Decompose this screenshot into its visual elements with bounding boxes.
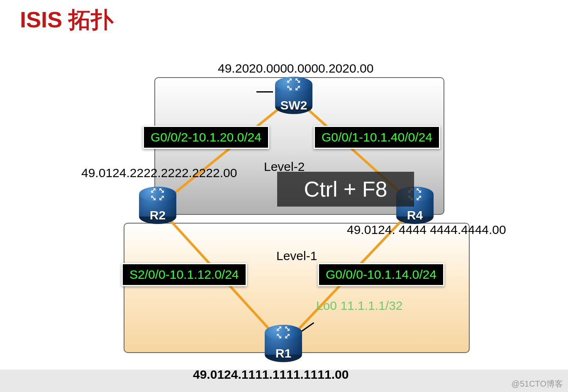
node-r1: ⤢ ⤡⤡ ⤢ R1	[265, 325, 302, 362]
node-r2-label: R2	[139, 208, 176, 222]
sw2-net: 49.2020.0000.0000.2020.00	[218, 61, 373, 75]
node-sw2-label: SW2	[275, 98, 312, 112]
r2-net: 49.0124.2222.2222.2222.00	[81, 166, 237, 180]
node-r1-label: R1	[265, 346, 302, 360]
link-label-r4-r1: G0/0/0-10.1.14.0/24	[318, 263, 444, 286]
link-label-r2-r1: S2/0/0-10.1.12.0/24	[122, 263, 247, 286]
link-label-sw2-r2: G0/0/2-10.1.20.0/24	[143, 126, 269, 149]
page-title: ISIS 拓扑	[20, 5, 113, 35]
r1-net: 49.0124.1111.1111.1111.00	[193, 368, 349, 382]
shortcut-overlay: Ctrl + F8	[277, 172, 414, 207]
watermark: @51CTO博客	[512, 378, 563, 390]
link-label-sw2-r4: G0/0/1-10.1.40/0/24	[314, 126, 440, 149]
node-sw2: ⤢ ⤡⤡ ⤢ SW2	[275, 77, 312, 114]
node-r2: ⤢ ⤡⤡ ⤢ R2	[139, 187, 176, 224]
loopback-label: Lo0 11.1.1.1/32	[316, 299, 403, 313]
tick-sw2	[256, 91, 273, 93]
level1-label: Level-1	[276, 249, 317, 263]
node-r4-label: R4	[396, 208, 434, 222]
r4-net: 49.0124. 4444 4444.4444.00	[347, 223, 506, 237]
